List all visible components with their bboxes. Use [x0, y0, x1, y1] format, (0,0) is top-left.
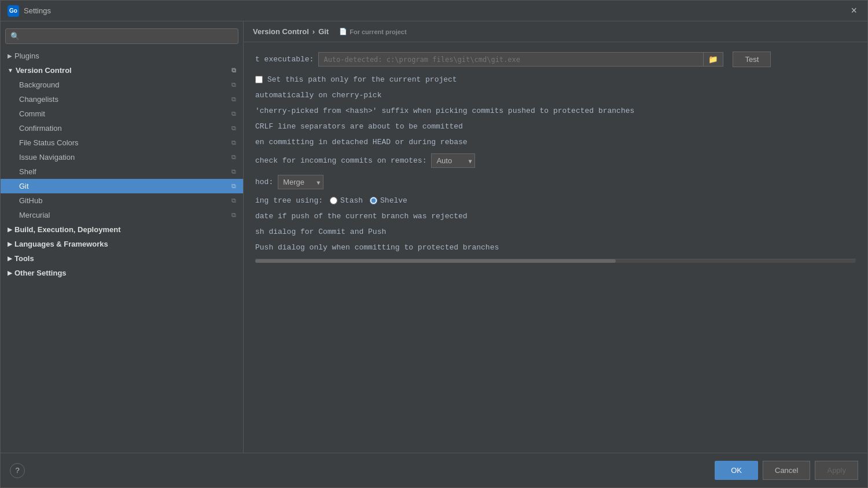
copy-icon: ⧉: [231, 182, 236, 190]
sidebar-item-confirmation[interactable]: Confirmation ⧉: [1, 121, 243, 135]
expand-icon: ▶: [8, 53, 12, 59]
content-area: 🔍 ▶ Plugins ▼ Version Control ⧉ Backgrou…: [1, 21, 867, 453]
sidebar-item-build-exec[interactable]: ▶ Build, Execution, Deployment: [1, 222, 243, 237]
sidebar-item-languages[interactable]: ▶ Languages & Frameworks: [1, 237, 243, 251]
checkbox-path-row: Set this path only for the current proje…: [255, 75, 856, 84]
sidebar-item-label: Changelists: [19, 95, 58, 104]
expand-icon: ▼: [8, 67, 13, 74]
setting-push-protected: Push dialog only when committing to prot…: [255, 243, 856, 252]
footer-left: ?: [10, 463, 25, 478]
setting-crlf: CRLF line separators are about to be com…: [255, 122, 856, 131]
setting-cherry-picked-suffix: 'cherry-picked from <hash>' suffix when …: [255, 107, 856, 115]
search-box[interactable]: 🔍: [5, 28, 238, 44]
cancel-button[interactable]: Cancel: [763, 461, 810, 480]
expand-icon: ▶: [8, 255, 12, 262]
sidebar-item-git[interactable]: Git ⧉: [1, 179, 243, 193]
breadcrumb-separator: ›: [312, 27, 315, 36]
method-dropdown-wrap: Merge Rebase ▼: [278, 175, 323, 189]
sidebar-item-shelf[interactable]: Shelf ⧉: [1, 164, 243, 179]
executable-input[interactable]: [318, 52, 703, 67]
sidebar-item-github[interactable]: GitHub ⧉: [1, 193, 243, 208]
executable-input-wrap: 📁: [318, 52, 723, 67]
scrollbar-area: [255, 259, 856, 263]
footer-right: OK Cancel Apply: [715, 461, 858, 480]
sidebar-item-label: Languages & Frameworks: [14, 240, 108, 248]
search-icon: 🔍: [10, 32, 20, 41]
checkbox-path-label: Set this path only for the current proje…: [267, 75, 457, 84]
sidebar-item-label: Commit: [19, 109, 45, 118]
copy-icon: ⧉: [231, 124, 236, 132]
copy-icon: ⧉: [231, 197, 236, 204]
method-dropdown[interactable]: Merge Rebase: [278, 175, 323, 189]
incoming-dropdown-wrap: Auto Always Never ▼: [431, 153, 475, 168]
shelve-option: Shelve: [370, 196, 407, 205]
search-input[interactable]: [23, 32, 233, 41]
sidebar-item-background[interactable]: Background ⧉: [1, 78, 243, 92]
setting-text: CRLF line separators are about to be com…: [255, 122, 463, 131]
scrollbar-track: [255, 259, 856, 263]
expand-icon: ▶: [8, 270, 12, 276]
copy-icon: ⧉: [231, 110, 236, 118]
sidebar-item-commit[interactable]: Commit ⧉: [1, 107, 243, 121]
sidebar-item-label: Issue Navigation: [19, 153, 75, 162]
setting-text: date if push of the current branch was r…: [255, 212, 468, 221]
sidebar-item-label: Background: [19, 80, 59, 89]
sidebar-item-label: GitHub: [19, 196, 42, 205]
setting-detached-head: en committing in detached HEAD or during…: [255, 138, 856, 146]
sidebar-item-changelists[interactable]: Changelists ⧉: [1, 92, 243, 107]
settings-dialog: Go Settings × 🔍 ▶ Plugins ▼ Version Cont…: [0, 0, 868, 488]
sidebar-item-label: Other Settings: [14, 269, 67, 277]
copy-icon: ⧉: [231, 67, 236, 74]
sidebar-item-other-settings[interactable]: ▶ Other Settings: [1, 266, 243, 280]
setting-push-rejected: date if push of the current branch was r…: [255, 212, 856, 221]
shelve-radio[interactable]: [370, 197, 377, 204]
ok-button[interactable]: OK: [715, 461, 758, 480]
copy-icon: ⧉: [231, 153, 236, 161]
stash-radio[interactable]: [330, 197, 337, 204]
method-label: hod:: [255, 178, 273, 186]
copy-icon: ⧉: [231, 96, 236, 103]
setting-text: sh dialog for Commit and Push: [255, 228, 386, 236]
copy-icon: ⧉: [231, 139, 236, 146]
saving-label: ing tree using:: [255, 196, 323, 205]
checkbox-path[interactable]: [255, 76, 263, 83]
sidebar-item-issue-navigation[interactable]: Issue Navigation ⧉: [1, 150, 243, 164]
incoming-dropdown[interactable]: Auto Always Never: [431, 153, 475, 168]
setting-text: 'cherry-picked from <hash>' suffix when …: [255, 107, 634, 115]
scrollbar-thumb[interactable]: [255, 259, 616, 263]
sidebar-item-label: Mercurial: [19, 211, 50, 219]
project-icon: 📄: [339, 28, 347, 35]
sidebar-item-mercurial[interactable]: Mercurial ⧉: [1, 208, 243, 222]
test-button[interactable]: Test: [733, 52, 771, 67]
executable-row: t executable: 📁 Test: [255, 52, 856, 67]
setting-text: Push dialog only when committing to prot…: [255, 243, 499, 252]
sidebar-item-tools[interactable]: ▶ Tools: [1, 251, 243, 266]
footer: ? OK Cancel Apply: [1, 453, 867, 487]
sidebar-item-label: Git: [19, 182, 29, 190]
help-button[interactable]: ?: [10, 463, 25, 478]
sidebar-item-file-status-colors[interactable]: File Status Colors ⧉: [1, 135, 243, 150]
method-row: hod: Merge Rebase ▼: [255, 175, 856, 189]
sidebar-item-label: File Status Colors: [19, 138, 79, 147]
breadcrumb-parent: Version Control: [253, 27, 309, 36]
sidebar-item-plugins[interactable]: ▶ Plugins: [1, 49, 243, 63]
setting-text: automatically on cherry-pick: [255, 91, 381, 100]
copy-icon: ⧉: [231, 211, 236, 219]
sidebar: 🔍 ▶ Plugins ▼ Version Control ⧉ Backgrou…: [1, 21, 244, 453]
setting-commit-push-dialog: sh dialog for Commit and Push: [255, 228, 856, 236]
expand-icon: ▶: [8, 241, 12, 247]
breadcrumb: Version Control › Git 📄 For current proj…: [244, 21, 867, 42]
sidebar-item-version-control[interactable]: ▼ Version Control ⧉: [1, 63, 243, 78]
title-bar-left: Go Settings: [8, 5, 51, 17]
apply-button[interactable]: Apply: [815, 461, 858, 480]
close-button[interactable]: ×: [847, 3, 860, 18]
breadcrumb-current: Git: [318, 27, 329, 36]
stash-label: Stash: [340, 196, 363, 205]
sidebar-item-label: Tools: [14, 254, 34, 263]
project-label-text: For current project: [350, 28, 406, 35]
incoming-commits-row: check for incoming commits on remotes: A…: [255, 153, 856, 168]
sidebar-item-label: Shelf: [19, 167, 36, 176]
sidebar-item-label: Build, Execution, Deployment: [14, 225, 120, 234]
folder-button[interactable]: 📁: [703, 52, 723, 67]
settings-panel: t executable: 📁 Test Set this path only …: [244, 42, 867, 453]
